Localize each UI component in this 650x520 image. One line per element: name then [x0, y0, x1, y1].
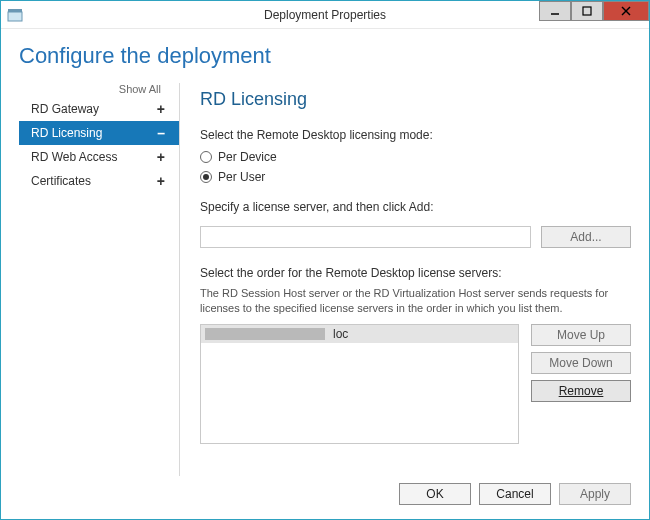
add-button[interactable]: Add...: [541, 226, 631, 248]
radio-per-device[interactable]: Per Device: [200, 150, 631, 164]
sidebar-item-label: Certificates: [31, 174, 91, 188]
sidebar-item-label: RD Web Access: [31, 150, 117, 164]
collapse-icon: –: [157, 125, 165, 141]
vertical-divider: [179, 83, 180, 476]
svg-rect-1: [8, 9, 22, 12]
sidebar-item-label: RD Licensing: [31, 126, 102, 140]
specify-label: Specify a license server, and then click…: [200, 200, 631, 214]
order-help-text: The RD Session Host server or the RD Vir…: [200, 286, 631, 316]
add-server-row: Add...: [200, 226, 631, 248]
svg-rect-0: [8, 12, 22, 21]
radio-icon: [200, 151, 212, 163]
remove-button[interactable]: Remove: [531, 380, 631, 402]
minimize-button[interactable]: [539, 1, 571, 21]
license-server-listbox[interactable]: loc: [200, 324, 519, 444]
content-pane: RD Licensing Select the Remote Desktop l…: [192, 83, 631, 476]
radio-label: Per Device: [218, 150, 277, 164]
app-icon: [7, 7, 23, 23]
body: Show All RD Gateway + RD Licensing – RD …: [19, 83, 631, 476]
sidebar-item-rd-licensing[interactable]: RD Licensing –: [19, 121, 179, 145]
apply-button[interactable]: Apply: [559, 483, 631, 505]
move-up-button[interactable]: Move Up: [531, 324, 631, 346]
ok-button[interactable]: OK: [399, 483, 471, 505]
sidebar: Show All RD Gateway + RD Licensing – RD …: [19, 83, 179, 476]
show-all-link[interactable]: Show All: [19, 83, 179, 95]
cancel-button[interactable]: Cancel: [479, 483, 551, 505]
titlebar: Deployment Properties: [1, 1, 649, 29]
mode-label: Select the Remote Desktop licensing mode…: [200, 128, 631, 142]
client-area: Configure the deployment Show All RD Gat…: [1, 29, 649, 519]
radio-icon: [200, 171, 212, 183]
sidebar-item-rd-gateway[interactable]: RD Gateway +: [19, 97, 179, 121]
list-item[interactable]: loc: [201, 325, 518, 343]
list-buttons: Move Up Move Down Remove: [531, 324, 631, 444]
radio-per-user[interactable]: Per User: [200, 170, 631, 184]
redacted-text: [205, 328, 325, 340]
sidebar-item-rd-web-access[interactable]: RD Web Access +: [19, 145, 179, 169]
section-title: RD Licensing: [200, 89, 631, 110]
sidebar-item-label: RD Gateway: [31, 102, 99, 116]
expand-icon: +: [157, 149, 165, 165]
dialog-footer: OK Cancel Apply: [19, 476, 631, 505]
server-list-area: loc Move Up Move Down Remove: [200, 324, 631, 444]
window-buttons: [539, 1, 649, 28]
svg-rect-3: [583, 7, 591, 15]
maximize-button[interactable]: [571, 1, 603, 21]
server-name: loc: [333, 327, 348, 341]
sidebar-item-certificates[interactable]: Certificates +: [19, 169, 179, 193]
move-down-button[interactable]: Move Down: [531, 352, 631, 374]
radio-label: Per User: [218, 170, 265, 184]
page-title: Configure the deployment: [19, 43, 631, 69]
order-label: Select the order for the Remote Desktop …: [200, 266, 631, 280]
deployment-properties-window: Deployment Properties Configure the depl…: [0, 0, 650, 520]
expand-icon: +: [157, 173, 165, 189]
license-server-input[interactable]: [200, 226, 531, 248]
close-button[interactable]: [603, 1, 649, 21]
expand-icon: +: [157, 101, 165, 117]
